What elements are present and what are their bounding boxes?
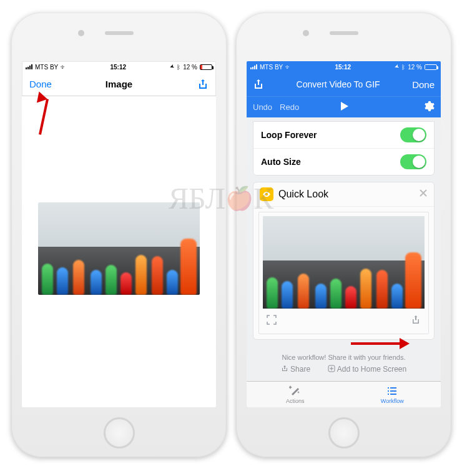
done-button[interactable]: Done <box>412 79 435 90</box>
tab-actions-label: Actions <box>286 398 305 404</box>
home-button[interactable] <box>104 417 135 449</box>
tab-workflow-label: Workflow <box>381 398 404 404</box>
share-icon <box>281 365 288 372</box>
carrier-label: MTS BY <box>260 64 283 71</box>
location-icon: ➤ <box>169 63 175 71</box>
auto-size-row: Auto Size <box>253 148 434 175</box>
nav-title: Image <box>64 79 174 89</box>
editor-toolbar: Undo Redo <box>247 96 441 117</box>
share-button[interactable] <box>253 79 264 90</box>
expand-button[interactable] <box>267 315 277 327</box>
footer-share-label: Share <box>290 365 310 374</box>
quicklook-thumbnail[interactable] <box>263 216 425 309</box>
bluetooth-icon: ᛒ <box>401 64 405 71</box>
undo-button[interactable]: Undo <box>253 102 272 112</box>
auto-size-toggle[interactable] <box>400 154 426 169</box>
play-icon <box>339 101 349 111</box>
footer-addhome-button[interactable]: Add to Home Screen <box>328 365 406 374</box>
status-time: 15:12 <box>110 64 126 71</box>
footer-share-button[interactable]: Share <box>281 365 310 374</box>
expand-icon <box>267 315 277 325</box>
battery-icon <box>425 64 437 70</box>
iphone-left: MTS BY ᯤ 15:12 ➤ ᛒ 12 % Done Image <box>11 12 227 457</box>
screen-right: MTS BY ᯤ 15:12 ➤ ᛒ 12 % Convert Video To… <box>247 61 441 407</box>
loop-forever-toggle[interactable] <box>400 127 426 142</box>
quicklook-header: Quick Look <box>253 182 434 207</box>
nav-title: Convert Video To GIF <box>264 79 412 89</box>
tab-bar: Actions Workflow <box>247 381 441 407</box>
battery-pct: 12 % <box>408 64 422 71</box>
gear-icon <box>423 101 435 112</box>
status-bar: MTS BY ᯤ 15:12 ➤ ᛒ 12 % <box>247 61 441 72</box>
iphone-right: MTS BY ᯤ 15:12 ➤ ᛒ 12 % Convert Video To… <box>236 12 451 457</box>
footer-addhome-label: Add to Home Screen <box>337 365 406 374</box>
play-button[interactable] <box>339 101 349 113</box>
wifi-icon: ᯤ <box>285 64 292 71</box>
quicklook-icon <box>260 187 273 201</box>
settings-button[interactable] <box>423 101 435 114</box>
quicklook-title: Quick Look <box>278 189 328 200</box>
share-button[interactable] <box>174 78 209 90</box>
quicklook-tools <box>263 309 425 334</box>
nav-bar: Convert Video To GIF Done <box>247 72 441 96</box>
list-icon <box>386 385 398 397</box>
quicklook-preview <box>258 212 429 334</box>
loop-forever-row: Loop Forever <box>253 122 434 148</box>
quicklook-share-button[interactable] <box>411 315 421 327</box>
quicklook-card: Quick Look <box>253 182 435 340</box>
tab-workflow[interactable]: Workflow <box>344 382 441 407</box>
auto-size-label: Auto Size <box>261 157 301 167</box>
done-button[interactable]: Done <box>29 79 64 89</box>
footer-actions: Share Add to Home Screen <box>247 365 441 377</box>
signal-icon <box>250 64 257 69</box>
share-icon <box>197 79 209 90</box>
battery-pct: 12 % <box>183 64 197 71</box>
stage: MTS BY ᯤ 15:12 ➤ ᛒ 12 % Done Image <box>0 0 462 476</box>
bluetooth-icon: ᛒ <box>177 64 180 71</box>
carrier-label: MTS BY <box>35 64 58 71</box>
wifi-icon: ᯤ <box>61 64 67 71</box>
image-preview[interactable] <box>38 202 200 295</box>
share-icon <box>411 315 421 325</box>
home-button[interactable] <box>328 417 360 449</box>
settings-card: Loop Forever Auto Size <box>253 121 435 176</box>
content-area <box>22 96 216 407</box>
battery-icon <box>200 64 212 70</box>
wand-icon <box>289 385 302 397</box>
status-bar: MTS BY ᯤ 15:12 ➤ ᛒ 12 % <box>22 61 216 72</box>
share-icon <box>253 79 264 90</box>
loop-forever-label: Loop Forever <box>261 130 317 140</box>
quicklook-close[interactable] <box>419 189 428 200</box>
close-icon <box>419 189 428 197</box>
redo-button[interactable]: Redo <box>280 102 299 112</box>
location-icon: ➤ <box>393 63 400 71</box>
annotation-arrow-left <box>29 92 60 136</box>
tab-actions[interactable]: Actions <box>247 382 344 407</box>
plus-square-icon <box>328 365 335 372</box>
annotation-arrow-right <box>351 337 413 350</box>
signal-icon <box>26 64 32 69</box>
status-time: 15:12 <box>335 64 351 71</box>
